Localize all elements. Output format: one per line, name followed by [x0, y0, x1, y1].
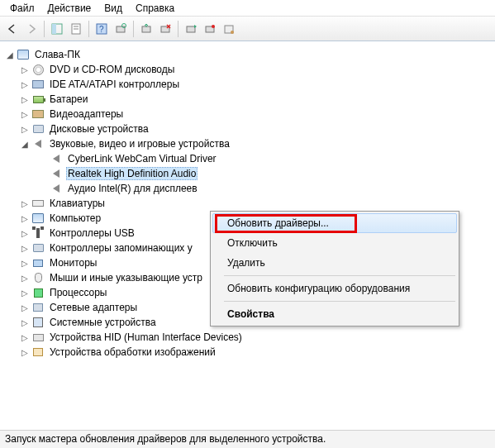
computer-icon [17, 48, 30, 61]
tree-root[interactable]: ◢ Слава-ПК [2, 47, 493, 62]
monitor-icon [31, 256, 45, 269]
expand-icon[interactable]: ▷ [20, 64, 30, 74]
device-cyberlink[interactable]: CyberLink WebCam Virtual Driver [2, 151, 493, 166]
category-ide[interactable]: ▷ IDE ATA/ATAPI контроллеры [2, 77, 493, 92]
device-realtek-audio[interactable]: Realtek High Definition Audio [2, 166, 493, 181]
disk-icon [31, 122, 45, 136]
category-sound[interactable]: ◢ Звуковые, видео и игровые устройства [2, 136, 493, 151]
expand-icon[interactable]: ▷ [20, 347, 30, 357]
collapse-icon[interactable]: ◢ [5, 50, 15, 60]
hid-icon [31, 331, 45, 344]
expand-icon[interactable]: ▷ [20, 273, 30, 283]
ctx-disable[interactable]: Отключить [212, 233, 457, 253]
expand-icon[interactable]: ▷ [20, 228, 30, 238]
uninstall-button[interactable] [156, 20, 174, 38]
battery-icon [31, 93, 45, 106]
ctx-properties[interactable]: Свойства [212, 304, 457, 324]
ctx-uninstall[interactable]: Удалить [212, 253, 457, 273]
status-text: Запуск мастера обновления драйверов для … [5, 433, 326, 445]
storage-icon [31, 241, 45, 255]
show-hide-tree-button[interactable] [48, 20, 66, 38]
expand-icon[interactable]: ▷ [20, 317, 30, 327]
menubar: Файл Действие Вид Справка [0, 0, 495, 17]
expand-icon[interactable]: ▷ [20, 94, 30, 104]
expand-icon[interactable]: ▷ [20, 109, 30, 119]
svg-rect-1 [52, 24, 56, 34]
disable-button[interactable] [182, 20, 200, 38]
expand-icon[interactable]: ▷ [20, 79, 30, 89]
status-bar: Запуск мастера обновления драйверов для … [0, 430, 495, 448]
separator [224, 301, 455, 302]
back-button[interactable] [3, 20, 21, 38]
speaker-icon [31, 137, 45, 150]
expand-icon[interactable]: ▷ [20, 258, 30, 268]
network-icon [31, 301, 45, 314]
svg-point-15 [212, 25, 215, 28]
expand-icon[interactable]: ▷ [20, 332, 30, 342]
expand-icon[interactable]: ▷ [20, 303, 30, 312]
scan-hardware-button[interactable] [112, 20, 130, 38]
collapse-icon[interactable]: ◢ [20, 139, 30, 149]
category-imaging[interactable]: ▷ Устройства обработки изображений [2, 345, 493, 360]
speaker-icon [50, 167, 63, 180]
video-adapter-icon [31, 107, 45, 121]
speaker-icon [50, 152, 63, 165]
category-batteries[interactable]: ▷ Батареи [2, 92, 493, 107]
category-disk[interactable]: ▷ Дисковые устройства [2, 122, 493, 136]
enable-button[interactable] [201, 20, 219, 38]
ctx-update-drivers[interactable]: Обновить драйверы... [212, 213, 457, 233]
help-button[interactable]: ? [93, 20, 111, 38]
action-button[interactable] [220, 20, 238, 38]
svg-point-17 [231, 31, 234, 34]
mouse-icon [31, 271, 45, 284]
computer-icon [31, 212, 45, 225]
expand-icon[interactable]: ▷ [20, 124, 30, 134]
expand-icon[interactable]: ▷ [20, 243, 30, 253]
speaker-icon [50, 182, 63, 195]
svg-text:?: ? [99, 25, 104, 34]
tree-panel: ◢ Слава-ПК ▷ DVD и CD-ROM дисководы ▷ ID… [0, 41, 495, 430]
usb-icon [31, 226, 45, 240]
root-label: Слава-ПК [33, 48, 82, 61]
separator [224, 275, 455, 276]
expand-icon[interactable]: ▷ [20, 213, 30, 223]
system-icon [31, 316, 45, 329]
expand-icon[interactable]: ▷ [20, 198, 30, 208]
disc-icon [31, 63, 45, 76]
category-dvd[interactable]: ▷ DVD и CD-ROM дисководы [2, 62, 493, 77]
category-hid[interactable]: ▷ Устройства HID (Human Interface Device… [2, 330, 493, 345]
selected-device-label: Realtek High Definition Audio [66, 167, 198, 180]
category-video[interactable]: ▷ Видеоадаптеры [2, 107, 493, 122]
keyboard-icon [31, 197, 45, 210]
svg-rect-9 [142, 26, 150, 32]
update-driver-button[interactable] [137, 20, 155, 38]
imaging-icon [31, 346, 45, 359]
menu-file[interactable]: Файл [3, 2, 41, 14]
menu-view[interactable]: Вид [98, 2, 129, 14]
menu-action[interactable]: Действие [41, 2, 98, 14]
category-keyboards[interactable]: ▷ Клавиатуры [2, 196, 493, 211]
cpu-icon [31, 286, 45, 299]
properties-button[interactable] [67, 20, 85, 38]
context-menu: Обновить драйверы... Отключить Удалить О… [210, 211, 459, 326]
svg-rect-13 [187, 26, 195, 32]
ctx-scan-hardware[interactable]: Обновить конфигурацию оборудования [212, 279, 457, 298]
expand-icon[interactable]: ▷ [20, 288, 30, 298]
device-intel-audio[interactable]: Аудио Intel(R) для дисплеев [2, 181, 493, 196]
forward-button[interactable] [22, 20, 40, 38]
menu-help[interactable]: Справка [129, 2, 181, 14]
ide-icon [31, 78, 45, 91]
toolbar: ? [0, 17, 495, 41]
